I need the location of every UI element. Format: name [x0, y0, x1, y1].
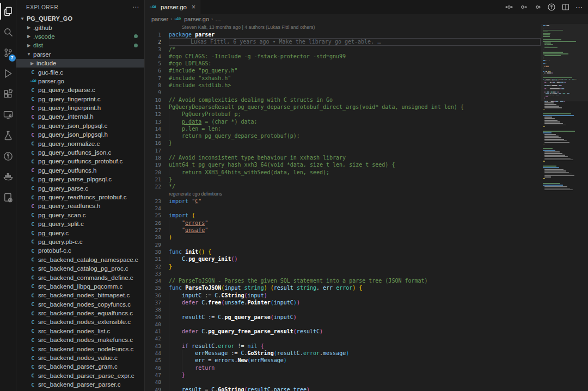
code-line[interactable]: 4#cgo CFLAGS: -Iinclude -g -fstack-prote…: [145, 53, 541, 60]
tree-file-src-backend-commands-define-c[interactable]: Csrc_backend_commands_define.c: [16, 273, 144, 282]
line-number[interactable]: 13: [145, 118, 169, 125]
line-number[interactable]: 8: [145, 82, 169, 89]
line-number[interactable]: 46: [145, 364, 169, 371]
gitlens-graph-icon[interactable]: [547, 3, 556, 11]
line-number[interactable]: 36: [145, 292, 169, 299]
line-number[interactable]: 32: [145, 263, 169, 270]
code-line[interactable]: 40: [145, 321, 541, 328]
line-number[interactable]: 10: [145, 96, 169, 103]
tree-folder-include[interactable]: ▶include: [16, 59, 144, 68]
tree-file-src-backend-parser-gram-c[interactable]: Csrc_backend_parser_gram.c: [16, 362, 144, 371]
code-line[interactable]: 15 return pg_query_deparse_protobuf(p);: [145, 132, 541, 139]
line-number[interactable]: 11: [145, 103, 169, 111]
tree-file-pg-query-outfuncs-json-c[interactable]: Cpg_query_outfuncs_json.c: [16, 148, 144, 157]
line-number[interactable]: 30: [145, 248, 169, 255]
line-number[interactable]: 14: [145, 125, 169, 132]
code-line[interactable]: 22*/: [145, 183, 541, 190]
line-number[interactable]: 47: [145, 371, 169, 378]
split-editor-icon[interactable]: [561, 3, 570, 11]
line-number[interactable]: 43: [145, 343, 169, 350]
line-number[interactable]: 12: [145, 111, 169, 118]
codelens-regenerate-cgo[interactable]: regenerate cgo definitions: [145, 191, 541, 198]
tree-file-pg-query-json-plpgsql-h[interactable]: Cpg_query_json_plpgsql.h: [16, 130, 144, 139]
tree-folder-parser[interactable]: ▼parser: [16, 50, 144, 59]
extensions-icon[interactable]: [0, 84, 16, 105]
code-line[interactable]: 32}: [145, 263, 541, 270]
code-line[interactable]: 23import "C": [145, 198, 541, 205]
tree-file-protobuf-c-c[interactable]: Cprotobuf-c.c: [16, 246, 144, 255]
search-icon[interactable]: [0, 22, 16, 42]
code-line[interactable]: 44 errMessage := C.GoString(resultC.erro…: [145, 350, 541, 357]
code-line[interactable]: 14 p.len = len;: [145, 125, 541, 132]
code-line[interactable]: 6#include "pg_query.h": [145, 67, 541, 74]
code-line[interactable]: 37 defer C.free(unsafe.Pointer(inputC)): [145, 299, 541, 306]
source-control-icon[interactable]: 7: [0, 42, 16, 63]
line-number[interactable]: 20: [145, 169, 169, 176]
line-number[interactable]: 40: [145, 321, 169, 328]
previous-change-icon[interactable]: [519, 3, 528, 11]
tree-file-src-backend-nodes-makefuncs-c[interactable]: Csrc_backend_nodes_makefuncs.c: [16, 335, 144, 344]
tree-file-pg-query-fingerprint-c[interactable]: Cpg_query_fingerprint.c: [16, 95, 144, 103]
code-line[interactable]: 29: [145, 241, 541, 248]
line-number[interactable]: 9: [145, 89, 169, 96]
tree-file-src-backend-catalog-pg-proc-c[interactable]: Csrc_backend_catalog_pg_proc.c: [16, 264, 144, 273]
line-number[interactable]: 3: [145, 46, 169, 53]
code-line[interactable]: 5#cgo LDFLAGS:: [145, 60, 541, 67]
line-number[interactable]: 1: [145, 31, 169, 38]
code-line[interactable]: 48: [145, 378, 541, 386]
code-line[interactable]: 31 C.pg_query_init(): [145, 255, 541, 262]
code-line[interactable]: 17: [145, 147, 541, 154]
code-line[interactable]: 26 "errors": [145, 219, 541, 227]
code-line[interactable]: 10// Avoid complexities dealing with C s…: [145, 96, 541, 103]
tree-file-pg-query-json-plpgsql-c[interactable]: Cpg_query_json_plpgsql.c: [16, 121, 144, 130]
tree-file-pg-query-pb-c-c[interactable]: Cpg_query.pb-c.c: [16, 237, 144, 246]
line-number[interactable]: 18: [145, 154, 169, 161]
tree-folder--github[interactable]: ▶.github: [16, 23, 144, 32]
tree-file-pg-query-scan-c[interactable]: Cpg_query_scan.c: [16, 211, 144, 219]
tree-file-guc-file-c[interactable]: Cguc-file.c: [16, 68, 144, 76]
code-line[interactable]: 30func init() {: [145, 248, 541, 255]
tree-file-src-backend-nodes-equalfuncs-c[interactable]: Csrc_backend_nodes_equalfuncs.c: [16, 309, 144, 317]
line-number[interactable]: 44: [145, 350, 169, 357]
code-line[interactable]: 45 err = errors.New(errMessage): [145, 357, 541, 364]
code-line[interactable]: 1package parser: [145, 31, 541, 38]
explorer-icon[interactable]: [0, 1, 16, 22]
line-number[interactable]: 23: [145, 198, 169, 205]
code-line[interactable]: 49 result = C.GoString(resultC.parse_tre…: [145, 386, 541, 391]
breadcrumb-folder[interactable]: parser: [151, 16, 168, 22]
code-line[interactable]: 13 p.data = (char *) data;: [145, 118, 541, 125]
code-line[interactable]: 24: [145, 205, 541, 212]
tree-folder--vscode[interactable]: ▶.vscode: [16, 32, 144, 41]
breadcrumb-file[interactable]: ~GOparser.go: [174, 16, 209, 22]
tree-file-pg-query-outfuncs-protobuf-c[interactable]: Cpg_query_outfuncs_protobuf.c: [16, 157, 144, 166]
code-line[interactable]: 3/*: [145, 46, 541, 53]
line-number[interactable]: 7: [145, 75, 169, 82]
tree-file-pg-query-internal-h[interactable]: Cpg_query_internal.h: [16, 112, 144, 121]
tree-folder-dist[interactable]: ▶dist: [16, 41, 144, 50]
line-number[interactable]: 39: [145, 314, 169, 321]
code-line[interactable]: 9: [145, 89, 541, 96]
tab-parser-go[interactable]: ~GO parser.go ×: [145, 0, 200, 14]
tree-file-src-backend-nodes-extensible-c[interactable]: Csrc_backend_nodes_extensible.c: [16, 317, 144, 326]
line-number[interactable]: 48: [145, 378, 169, 386]
line-number[interactable]: 26: [145, 219, 169, 227]
code-line[interactable]: 34// ParseToJSON - Parses the given SQL …: [145, 277, 541, 284]
line-number[interactable]: 2: [145, 38, 169, 45]
code-line[interactable]: 28): [145, 234, 541, 241]
line-number[interactable]: 45: [145, 357, 169, 364]
minimap-slider[interactable]: [541, 24, 588, 101]
line-number[interactable]: 22: [145, 183, 169, 190]
tree-file-pg-query-outfuncs-h[interactable]: Cpg_query_outfuncs.h: [16, 166, 144, 175]
explorer-more-actions-icon[interactable]: ⋯: [132, 3, 139, 11]
line-number[interactable]: 6: [145, 67, 169, 74]
line-number[interactable]: 19: [145, 161, 169, 168]
gitlens-icon[interactable]: [0, 146, 16, 167]
git-blame-authors[interactable]: Steven Kalt, 13 months ago | 4 authors (…: [145, 24, 541, 31]
line-number[interactable]: 35: [145, 284, 169, 291]
breadcrumb-symbol[interactable]: …: [215, 16, 221, 22]
line-number[interactable]: 24: [145, 205, 169, 212]
line-number[interactable]: 41: [145, 328, 169, 335]
code-line[interactable]: 33: [145, 270, 541, 277]
line-number[interactable]: 29: [145, 241, 169, 248]
line-number[interactable]: 15: [145, 132, 169, 139]
